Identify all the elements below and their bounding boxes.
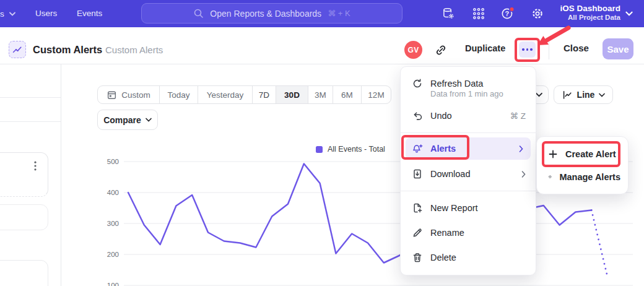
chart-legend[interactable]: All Events - Total <box>316 145 385 154</box>
range-today[interactable]: Today <box>160 86 198 103</box>
chevron-down-icon <box>9 12 15 16</box>
menu-item-label: New Report <box>430 203 478 213</box>
submenu-item-label: Create Alert <box>565 149 616 159</box>
download-icon <box>412 168 423 180</box>
sidebar-card[interactable] <box>0 204 48 230</box>
refresh-data-subtext: Data from 1 min ago <box>401 89 536 103</box>
chevron-right-icon <box>521 171 526 178</box>
menu-item-alerts[interactable]: Alerts <box>406 137 531 160</box>
dot <box>526 48 529 51</box>
chevron-down-icon <box>625 11 633 16</box>
sidebar-border <box>61 64 61 286</box>
chevron-down-icon <box>599 93 605 97</box>
menu-item-undo[interactable]: Undo ⌘ Z <box>401 103 536 128</box>
range-12m[interactable]: 12M <box>362 86 391 103</box>
submenu-item-create-alert[interactable]: Create Alert <box>537 142 628 165</box>
project-selector[interactable]: iOS Dashboard All Project Data <box>545 4 620 22</box>
range-yesterday[interactable]: Yesterday <box>198 86 253 103</box>
undo-shortcut: ⌘ Z <box>510 111 526 121</box>
divider <box>0 97 61 98</box>
rename-pencil-icon <box>412 227 423 238</box>
apps-grid-icon[interactable] <box>472 7 485 20</box>
search-placeholder: Open Reports & Dashboards <box>210 9 321 19</box>
range-7d[interactable]: 7D <box>253 86 276 103</box>
share-link-icon[interactable] <box>434 43 448 57</box>
kebab-menu-icon[interactable] <box>34 161 37 171</box>
chevron-right-icon <box>519 145 523 152</box>
menu-item-label: Refresh Data <box>430 79 483 89</box>
delete-trash-icon <box>412 252 423 263</box>
submenu-item-manage-alerts[interactable]: Manage Alerts <box>537 165 628 188</box>
menu-item-download[interactable]: Download <box>401 162 536 186</box>
data-management-icon[interactable] <box>442 7 455 20</box>
chart-line-dotted[interactable] <box>591 210 607 277</box>
menu-item-label: Download <box>430 169 471 179</box>
range-30d-active[interactable]: 30D <box>276 86 308 103</box>
chevron-down-icon <box>146 118 152 122</box>
notification-dot <box>510 7 514 11</box>
plus-icon <box>548 149 558 159</box>
help-icon[interactable]: ? <box>500 6 515 21</box>
legend-label: All Events - Total <box>328 145 385 154</box>
manage-gear-icon <box>548 171 552 182</box>
alerts-submenu: Create Alert Manage Alerts <box>536 136 629 194</box>
search-input[interactable]: Open Reports & Dashboards ⌘ + K <box>141 3 402 24</box>
page-title: Custom Alerts <box>33 44 102 56</box>
avatar[interactable]: GV <box>404 41 422 59</box>
divider <box>549 41 549 59</box>
svg-text:?: ? <box>505 10 510 17</box>
menu-item-delete[interactable]: Delete <box>401 245 536 270</box>
undo-icon <box>412 110 423 121</box>
nav-item-partial[interactable]: s <box>0 0 15 27</box>
dot <box>530 48 533 51</box>
y-tick-label: 400 <box>107 189 119 196</box>
refresh-icon <box>412 78 423 89</box>
sidebar-card[interactable] <box>0 260 48 286</box>
new-report-icon <box>412 202 423 214</box>
chart-type-label: Line <box>577 90 595 100</box>
compare-button[interactable]: Compare <box>97 110 158 130</box>
range-3m[interactable]: 3M <box>308 86 333 103</box>
chart-type-button[interactable]: Line <box>554 85 613 104</box>
line-chart-icon <box>562 89 573 100</box>
menu-item-label: Delete <box>430 253 456 262</box>
settings-gear-icon[interactable] <box>531 7 544 20</box>
submenu-item-label: Manage Alerts <box>559 172 620 182</box>
more-options-button[interactable] <box>519 41 536 58</box>
y-tick-label: 300 <box>107 220 119 227</box>
chevron-down-icon <box>536 92 542 97</box>
date-range-picker: Custom Today Yesterday 7D 30D 3M 6M 12M <box>97 85 391 104</box>
menu-item-new-report[interactable]: New Report <box>401 196 536 220</box>
duplicate-button[interactable]: Duplicate <box>465 43 505 53</box>
menu-item-label: Alerts <box>430 144 456 154</box>
close-button[interactable]: Close <box>564 43 589 53</box>
nav-item-events[interactable]: Events <box>77 9 102 18</box>
range-custom-label: Custom <box>121 90 150 100</box>
nav-item-users[interactable]: Users <box>35 9 57 18</box>
menu-divider <box>401 191 536 191</box>
nav-partial-label: s <box>0 9 4 19</box>
save-button[interactable]: Save <box>603 38 633 59</box>
report-type-icon <box>9 41 26 58</box>
y-tick-label: 100 <box>107 282 119 286</box>
y-tick-label: 500 <box>107 158 119 165</box>
search-shortcut: ⌘ + K <box>328 9 350 18</box>
divider <box>0 121 61 122</box>
app-window: s Users Events Open Reports & Dashboards… <box>0 0 644 286</box>
menu-item-label: Rename <box>430 228 464 238</box>
project-scope: All Project Data <box>545 14 620 22</box>
menu-item-rename[interactable]: Rename <box>401 220 536 245</box>
search-icon <box>193 8 204 19</box>
more-options-menu: Refresh Data Data from 1 min ago Undo ⌘ … <box>400 66 536 275</box>
project-name: iOS Dashboard <box>545 4 620 14</box>
menu-item-label: Undo <box>430 111 452 121</box>
top-nav: s Users Events Open Reports & Dashboards… <box>0 0 644 27</box>
query-builder-sidebar <box>0 64 61 286</box>
range-6m[interactable]: 6M <box>333 86 362 103</box>
compare-label: Compare <box>103 115 141 125</box>
breadcrumb: Custom Alerts <box>105 45 163 55</box>
dot <box>522 48 524 51</box>
calendar-icon <box>107 90 117 100</box>
sidebar-card[interactable] <box>0 152 48 197</box>
range-custom[interactable]: Custom <box>98 86 160 103</box>
